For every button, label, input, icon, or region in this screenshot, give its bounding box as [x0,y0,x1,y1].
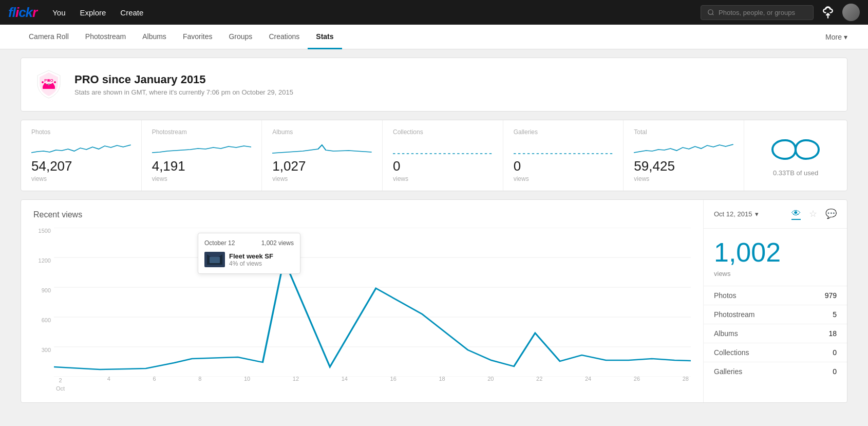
star-icon[interactable]: ☆ [809,208,817,220]
stat-photos[interactable]: Photos 54,207 views [21,120,142,191]
stat-photos-value: 54,207 [31,158,131,174]
sidebar-galleries-label: Galleries [714,367,742,376]
subnav-albums[interactable]: Albums [134,25,175,49]
sidebar-stat-photostream: Photostream 5 [704,305,847,324]
stat-albums-chart [272,140,372,155]
x-label-8: 8 [198,376,201,392]
svg-line-1 [712,14,714,15]
sidebar-photos-value: 979 [825,291,837,300]
svg-point-0 [708,10,713,14]
svg-point-5 [42,81,44,83]
x-label-2: 2 Oct [56,376,65,392]
y-label-1200: 1200 [33,257,54,264]
chart-main: Recent views 1500 1200 900 600 300 [21,200,703,402]
nav-create[interactable]: Create [113,0,150,25]
stat-collections[interactable]: Collections 0 views [383,120,503,191]
sidebar-collections-value: 0 [833,348,837,357]
stat-collections-label: Collections [393,128,493,136]
stat-total-chart [634,140,733,155]
x-label-16: 16 [390,376,397,392]
eye-icon[interactable]: 👁 [791,208,801,220]
subnav-favorites[interactable]: Favorites [175,25,221,49]
tooltip-header: October 12 1,002 views [204,239,294,247]
sidebar-albums-label: Albums [714,329,738,338]
stat-photostream-value: 4,191 [152,158,252,174]
svg-rect-4 [43,86,55,89]
nav-explore[interactable]: Explore [72,0,113,25]
subnav-stats[interactable]: Stats [308,25,342,49]
stat-collections-value: 0 [393,158,493,174]
top-nav-right: Photos, people, or groups [701,4,860,21]
storage-cell: 0.33TB of used [744,120,847,191]
subnav-more[interactable]: More ▾ [825,33,847,41]
x-label-14: 14 [342,376,348,392]
upload-button[interactable] [820,4,836,21]
search-box[interactable]: Photos, people, or groups [701,5,814,20]
x-label-24: 24 [585,376,591,392]
svg-point-6 [48,80,50,82]
stat-albums-value: 1,027 [272,158,372,174]
stat-photostream[interactable]: Photostream 4,191 views [142,120,262,191]
flickr-logo[interactable]: flickr [8,5,37,21]
sidebar-collections-label: Collections [714,348,749,357]
user-avatar[interactable] [842,4,860,21]
x-label-22: 22 [536,376,542,392]
stat-total-unit: views [634,175,733,182]
sidebar-icons: 👁 ☆ 💬 [791,208,837,220]
stat-galleries-label: Galleries [514,128,613,136]
comment-icon[interactable]: 💬 [825,208,837,220]
stats-grid: Photos 54,207 views Photostream 4,191 vi… [21,120,847,191]
stat-photos-label: Photos [31,128,131,136]
subnav-creations[interactable]: Creations [260,25,308,49]
tooltip-photo-pct: 4% of views [229,260,273,267]
nav-you[interactable]: You [45,0,72,25]
subnav-groups[interactable]: Groups [220,25,260,49]
chart-tooltip: October 12 1,002 views Fleet week SF 4% … [198,233,300,274]
date-label: Oct 12, 2015 [714,210,752,218]
stat-albums[interactable]: Albums 1,027 views [262,120,383,191]
x-label-10: 10 [244,376,250,392]
sub-navigation: Camera Roll Photostream Albums Favorites… [0,25,868,49]
sidebar-photostream-value: 5 [833,310,837,319]
stat-albums-label: Albums [272,128,372,136]
stat-collections-unit: views [393,175,493,182]
stat-total[interactable]: Total 59,425 views [624,120,744,191]
x-label-12: 12 [293,376,299,392]
pro-subtitle: Stats are shown in GMT, where it's curre… [74,88,293,96]
date-selector[interactable]: Oct 12, 2015 ▾ [714,210,759,218]
svg-rect-14 [210,257,220,263]
stat-collections-chart [393,140,493,155]
stat-galleries-value: 0 [514,158,613,174]
tooltip-views: 1,002 views [261,239,294,247]
search-placeholder: Photos, people, or groups [719,9,795,16]
search-icon [707,9,714,16]
sidebar-albums-value: 18 [828,329,837,338]
x-label-20: 20 [487,376,494,392]
y-label-300: 300 [33,347,54,353]
x-label-4: 4 [107,376,110,392]
sidebar-galleries-value: 0 [833,367,837,376]
storage-label: 0.33TB of used [773,169,818,177]
y-label-900: 900 [33,287,54,293]
y-label-600: 600 [33,317,54,323]
sidebar-stat-photos: Photos 979 [704,286,847,305]
subnav-photostream[interactable]: Photostream [77,25,134,49]
stat-galleries-chart [514,140,613,155]
y-label-1500: 1500 [33,228,54,234]
pro-info: PRO since January 2015 Stats are shown i… [74,73,293,96]
x-label-6: 6 [153,376,156,392]
chart-section: Recent views 1500 1200 900 600 300 [21,199,847,403]
y-axis: 1500 1200 900 600 300 [33,228,54,377]
sidebar-photos-label: Photos [714,291,737,300]
tooltip-date: October 12 [204,239,235,247]
main-chart-svg [54,228,691,377]
stat-galleries[interactable]: Galleries 0 views [503,120,624,191]
x-label-18: 18 [439,376,445,392]
stat-albums-unit: views [272,175,372,182]
stat-total-value: 59,425 [634,158,733,174]
subnav-camera-roll[interactable]: Camera Roll [21,25,77,49]
sidebar-photostream-label: Photostream [714,310,754,319]
tooltip-item: Fleet week SF 4% of views [204,252,294,267]
pro-badge-icon: PRO ♛ [33,68,64,101]
pro-banner: PRO ♛ PRO since January 2015 Stats are s… [21,58,847,112]
